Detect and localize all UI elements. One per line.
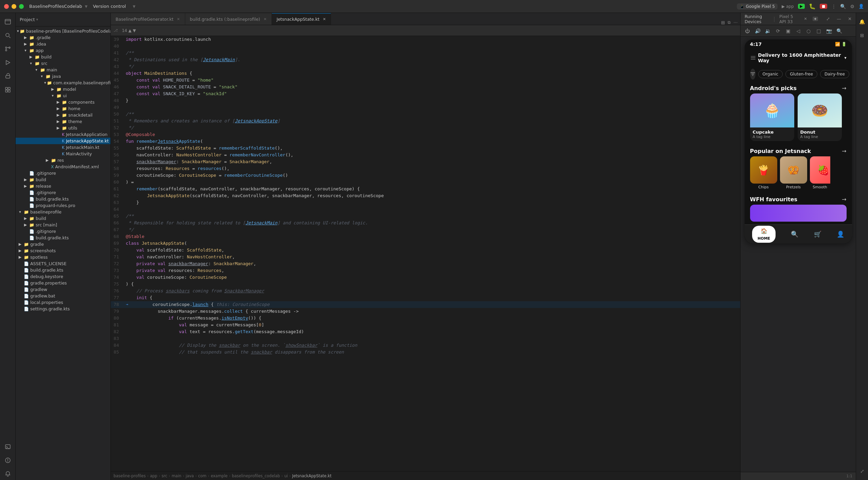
- pop-card-smooth[interactable]: 🍓 Smooth: [810, 156, 830, 189]
- maximize-button[interactable]: [19, 4, 24, 9]
- sidebar-item-gradle[interactable]: [2, 84, 14, 96]
- tree-item-java[interactable]: ▾ 📁 java: [16, 73, 110, 80]
- tree-item-mainactivity[interactable]: K MainActivity: [16, 151, 110, 157]
- sidebar-item-project[interactable]: [2, 16, 14, 28]
- nav-search[interactable]: 🔍: [791, 230, 798, 238]
- tree-item-jetsnack-main[interactable]: K JetsnackMain.kt: [16, 144, 110, 151]
- tree-item-main[interactable]: ▾ 📁 main: [16, 67, 110, 73]
- maximize-device-icon[interactable]: ⤢: [826, 16, 830, 21]
- tree-item-gitignore1[interactable]: 📄 .gitignore: [16, 170, 110, 176]
- tree-item-settings-gradle[interactable]: 📄 settings.gradle.kts: [16, 306, 110, 312]
- sidebar-item-android[interactable]: [2, 70, 14, 82]
- filter-chip-gluten[interactable]: Gluten-free: [785, 70, 817, 78]
- tree-item-gitignore3[interactable]: 📄 .gitignore: [16, 228, 110, 235]
- tree-item-local-props[interactable]: 📄 local.properties: [16, 299, 110, 306]
- power-btn[interactable]: ⏻: [743, 27, 751, 35]
- running-devices-tab[interactable]: Running Devices: [745, 14, 769, 24]
- profile-icon[interactable]: 👤: [858, 4, 864, 9]
- sidebar-item-terminal[interactable]: [2, 441, 14, 453]
- tree-item-ui[interactable]: ▾ 📁 ui: [16, 92, 110, 99]
- menu-icon[interactable]: [750, 54, 756, 61]
- tree-item-idea[interactable]: ▶ 📁 .idea: [16, 41, 110, 47]
- debug-icon[interactable]: 🐛: [809, 3, 816, 10]
- code-editor-scroll[interactable]: 39 import kotlinx.coroutines.launch 40 4…: [111, 36, 740, 471]
- tree-item-jetsnack-app[interactable]: K JetsnackApplication: [16, 131, 110, 138]
- sidebar-item-notifications[interactable]: [2, 468, 14, 480]
- tree-item-gitignore2[interactable]: 📄 .gitignore: [16, 189, 110, 196]
- tree-item-keystore[interactable]: 📄 debug.keystore: [16, 273, 110, 280]
- stop-button[interactable]: ■: [820, 4, 827, 9]
- tab-close-icon[interactable]: ✕: [177, 17, 180, 21]
- tree-item-bp-build[interactable]: ▶ 📁 build: [16, 215, 110, 222]
- phone-screen[interactable]: Delivery to 1600 Amphitheater Way ▾ Orga…: [745, 49, 852, 243]
- tree-item-proguard[interactable]: 📄 proguard-rules.pro: [16, 202, 110, 209]
- filter-chip-organic[interactable]: Organic: [758, 70, 783, 78]
- nav-cart[interactable]: 🛒: [814, 230, 821, 238]
- tree-item-snackdetail[interactable]: ▶ 📁 snackdetail: [16, 112, 110, 118]
- tree-item-theme[interactable]: ▶ 📁 theme: [16, 118, 110, 125]
- home-btn[interactable]: ○: [804, 27, 813, 35]
- tree-item-src-main[interactable]: ▶ 📁 src [main]: [16, 222, 110, 228]
- screenshot-btn[interactable]: 📷: [825, 27, 833, 35]
- split-icon[interactable]: ⧉: [728, 20, 731, 25]
- tree-item-gradlewbat[interactable]: 📄 gradlew.bat: [16, 293, 110, 299]
- tree-item-res[interactable]: ▶ 📁 res: [16, 157, 110, 164]
- delivery-chevron[interactable]: ▾: [844, 55, 846, 60]
- run-app-label[interactable]: ▶ app: [782, 4, 794, 9]
- tree-item-assets[interactable]: 📄 ASSETS_LICENSE: [16, 260, 110, 267]
- collapse-icon[interactable]: —: [837, 16, 841, 21]
- recents-btn[interactable]: □: [815, 27, 823, 35]
- tree-item-utils[interactable]: ▶ 📁 utils: [16, 125, 110, 131]
- tree-item-screenshots[interactable]: ▶ 📁 screenshots: [16, 247, 110, 254]
- more-icon[interactable]: ⋯: [733, 20, 737, 25]
- more-options-icon[interactable]: ⋮: [831, 4, 836, 9]
- wfh-card[interactable]: [750, 205, 847, 222]
- tree-item-gradle-props[interactable]: 📄 gradle.properties: [16, 280, 110, 286]
- vol-down-btn[interactable]: 🔉: [764, 27, 772, 35]
- tree-item-gradle-hidden[interactable]: ▶ 📁 .gradle: [16, 34, 110, 41]
- settings-icon[interactable]: ⚙: [850, 4, 854, 9]
- tree-item-bgkts[interactable]: 📄 build.gradle.kts: [16, 196, 110, 202]
- sidebar-item-problems[interactable]: [2, 454, 14, 466]
- tree-item-src[interactable]: ▾ 📁 src: [16, 60, 110, 67]
- tree-item-components[interactable]: ▶ 📁 components: [16, 99, 110, 105]
- vol-up-btn[interactable]: 🔊: [753, 27, 762, 35]
- tab-build-gradle[interactable]: build.gradle.kts (:baselineprofile) ✕: [185, 13, 272, 25]
- fold-btn[interactable]: ▣: [784, 27, 792, 35]
- back-btn[interactable]: ◁: [794, 27, 802, 35]
- rotate-btn[interactable]: ⟳: [774, 27, 782, 35]
- tab-close-icon2[interactable]: ✕: [263, 17, 266, 21]
- tree-item-gradle-folder[interactable]: ▶ 📁 gradle: [16, 241, 110, 247]
- nav-home[interactable]: 🏠 HOME: [752, 226, 776, 243]
- filter-icon[interactable]: [750, 69, 756, 80]
- tree-item-gradlew[interactable]: 📄 gradlew: [16, 286, 110, 293]
- tree-item-home[interactable]: ▶ 📁 home: [16, 105, 110, 112]
- zoom-btn[interactable]: 🔍: [835, 27, 843, 35]
- right-notifications-icon[interactable]: 🔔: [856, 16, 868, 28]
- tree-item-build[interactable]: ▶ 📁 build: [16, 54, 110, 60]
- right-layout-icon[interactable]: ⊞: [856, 29, 868, 41]
- tree-item-app[interactable]: ▾ 📁 app: [16, 47, 110, 54]
- device-tab-close[interactable]: ✕: [804, 17, 807, 21]
- device-tab-label[interactable]: Pixel 5 API 33: [779, 14, 799, 24]
- nav-profile[interactable]: 👤: [837, 230, 844, 238]
- tree-item-spotless[interactable]: ▶ 📁 spotless: [16, 254, 110, 260]
- tree-item-build-gradle[interactable]: ▶ 📁 build: [16, 176, 110, 183]
- add-device-btn[interactable]: +: [813, 17, 818, 21]
- tab-jetsnack-appstate[interactable]: JetsnackAppState.kt ✕: [272, 13, 331, 25]
- filter-chip-dairy[interactable]: Dairy-free: [820, 70, 849, 78]
- close-button[interactable]: [4, 4, 9, 9]
- pop-card-chips[interactable]: 🍟 Chips: [750, 156, 777, 189]
- androids-picks-arrow[interactable]: →: [842, 85, 846, 91]
- tree-item-bp-bgkts[interactable]: 📄 build.gradle.kts: [16, 235, 110, 241]
- card-donut[interactable]: 🍩 Donut A tag line: [798, 93, 842, 141]
- close-device-panel-icon[interactable]: ✕: [848, 16, 852, 21]
- view-mode-icon[interactable]: ▤: [721, 20, 725, 25]
- sidebar-item-vcs[interactable]: [2, 43, 14, 55]
- minimize-button[interactable]: [12, 4, 16, 9]
- tree-item-release[interactable]: ▶ 📁 release: [16, 183, 110, 189]
- tree-item-root-bgkts[interactable]: 📄 build.gradle.kts: [16, 267, 110, 273]
- pop-card-pretzels[interactable]: 🥨 Pretzels: [780, 156, 807, 189]
- tree-item-jetsnack-appstate[interactable]: K JetsnackAppState.kt: [16, 138, 110, 144]
- tree-item-root[interactable]: ▾ 📁 baseline-profiles [BaselineProfilesC…: [16, 28, 110, 34]
